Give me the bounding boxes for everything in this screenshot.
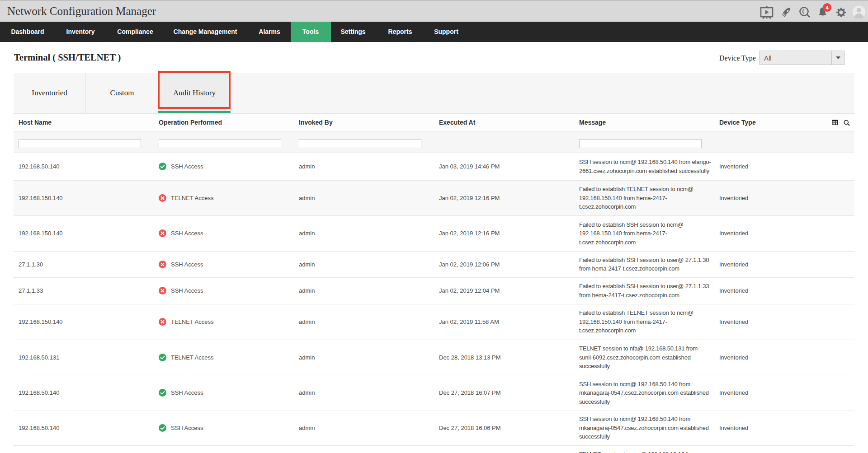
svg-text:4: 4	[826, 5, 829, 10]
